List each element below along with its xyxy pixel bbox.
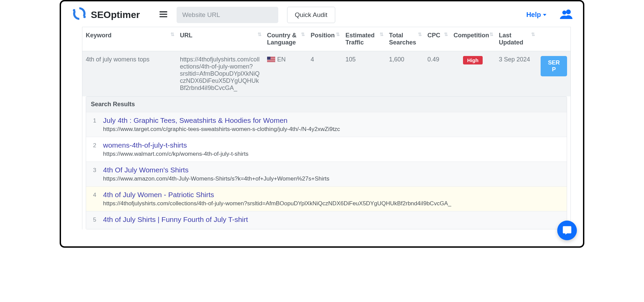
search-results-panel: Search Results 1July 4th : Graphic Tees,… (86, 96, 567, 229)
search-result-row[interactable]: 34th Of July Women's Shirtshttps://www.a… (86, 162, 567, 186)
us-flag-icon (267, 57, 275, 62)
result-title[interactable]: 4th of July Women - Patriotic Shirts (103, 191, 562, 199)
help-label: Help (526, 11, 541, 19)
sort-icon (380, 32, 384, 37)
sort-icon (301, 32, 305, 37)
sort-icon (531, 32, 535, 37)
top-bar: SEOptimer Quick Audit Help (61, 1, 583, 27)
logo[interactable]: SEOptimer (71, 6, 140, 23)
col-url[interactable]: URL (177, 27, 264, 51)
keyword-table: Keyword URL Country & Language Position … (82, 27, 570, 96)
competition-badge: High (463, 56, 482, 64)
search-result-row[interactable]: 44th of July Women - Patriotic Shirtshtt… (86, 186, 567, 211)
result-url: https://www.walmart.com/c/kp/womens-4th-… (103, 151, 562, 157)
cell-serp: SERP (537, 51, 570, 97)
sort-icon (418, 32, 422, 37)
result-title[interactable]: July 4th : Graphic Tees, Sweatshirts & H… (103, 116, 562, 125)
logo-icon (71, 6, 88, 23)
cell-competition: High (450, 51, 496, 97)
result-position: 2 (91, 141, 96, 149)
sort-icon (258, 32, 262, 37)
sort-icon (336, 32, 340, 37)
result-url: https://4thofjulyshirts.com/collections/… (103, 200, 562, 207)
chat-icon (562, 225, 572, 235)
cell-url: https://4thofjulyshirts.com/collections/… (177, 51, 264, 97)
result-title[interactable]: 4th of July Shirts | Funny Fourth of Jul… (103, 215, 562, 224)
cell-keyword: 4th of july womens tops (82, 51, 177, 97)
search-results-header: Search Results (86, 97, 567, 112)
result-position: 4 (91, 191, 96, 199)
logo-text: SEOptimer (91, 10, 140, 20)
menu-icon[interactable] (158, 9, 168, 21)
cell-cpc: 0.49 (424, 51, 450, 97)
svg-point-0 (83, 16, 86, 18)
col-country[interactable]: Country & Language (264, 27, 307, 51)
col-updated[interactable]: Last Updated (496, 27, 537, 51)
cell-country: EN (264, 51, 307, 97)
cell-traffic: 105 (342, 51, 386, 97)
svg-point-1 (73, 9, 75, 12)
users-icon[interactable] (560, 8, 573, 21)
help-dropdown[interactable]: Help (526, 11, 546, 19)
table-row[interactable]: 4th of july womens tops https://4thofjul… (82, 51, 570, 97)
result-title[interactable]: 4th Of July Women's Shirts (103, 166, 562, 174)
cell-position: 4 (307, 51, 342, 97)
cell-searches: 1,600 (386, 51, 424, 97)
result-position: 3 (91, 166, 96, 174)
svg-point-3 (562, 11, 566, 15)
col-keyword[interactable]: Keyword (82, 27, 177, 51)
col-competition[interactable]: Competition (450, 27, 496, 51)
result-url: https://www.amazon.com/4th-July-Womens-S… (103, 175, 562, 182)
serp-button[interactable]: SERP (541, 56, 567, 76)
website-url-input[interactable] (177, 7, 278, 23)
result-position: 1 (91, 116, 96, 124)
col-traffic[interactable]: Estimated Traffic (342, 27, 386, 51)
chat-button[interactable] (557, 221, 577, 240)
col-cpc[interactable]: CPC (424, 27, 450, 51)
col-position[interactable]: Position (307, 27, 342, 51)
search-result-row[interactable]: 2womens-4th-of-july-t-shirtshttps://www.… (86, 137, 567, 162)
cell-updated: 3 Sep 2024 (496, 51, 537, 97)
svg-point-2 (566, 10, 571, 14)
col-searches[interactable]: Total Searches (386, 27, 424, 51)
result-position: 5 (91, 215, 96, 223)
search-result-row[interactable]: 1July 4th : Graphic Tees, Sweatshirts & … (86, 112, 567, 137)
result-title[interactable]: womens-4th-of-july-t-shirts (103, 141, 562, 149)
sort-icon (489, 32, 494, 37)
sort-icon (444, 32, 448, 37)
table-header-row: Keyword URL Country & Language Position … (82, 27, 570, 51)
result-url: https://www.target.com/c/graphic-tees-sw… (103, 126, 562, 133)
sort-icon (170, 32, 175, 37)
search-result-row[interactable]: 54th of July Shirts | Funny Fourth of Ju… (86, 211, 567, 229)
chevron-down-icon (543, 14, 546, 16)
quick-audit-button[interactable]: Quick Audit (287, 7, 335, 23)
